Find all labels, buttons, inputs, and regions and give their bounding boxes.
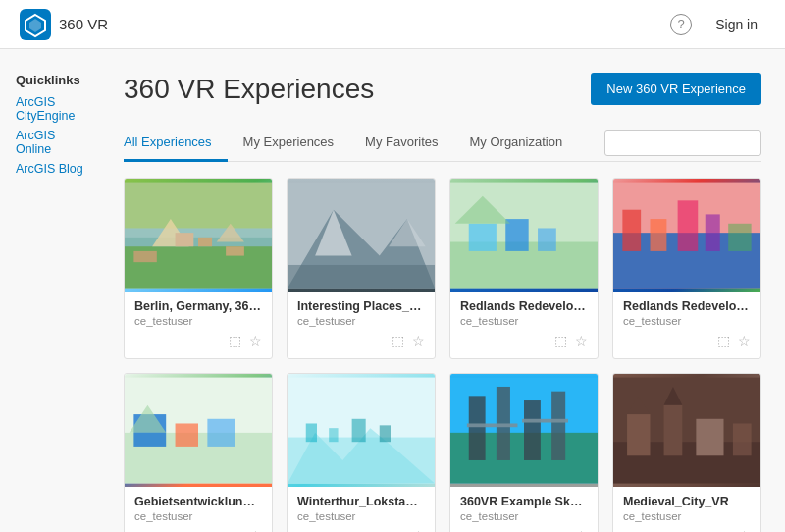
card-actions: ⬚ ☆: [297, 333, 425, 352]
card-preview-icon[interactable]: ⬚: [392, 333, 404, 348]
card-item[interactable]: Interesting Places_360VR.js ce_testuser …: [287, 178, 436, 359]
svg-rect-42: [380, 425, 391, 442]
card-author: ce_testuser: [134, 510, 262, 522]
svg-rect-54: [664, 405, 683, 456]
card-item[interactable]: Medieval_City_VR ce_testuser ⬚ ☆: [612, 373, 761, 532]
cards-grid-row2: Gebietsentwicklung_Man... ce_testuser ⬚ …: [124, 373, 761, 532]
svg-rect-7: [176, 233, 194, 246]
card-title: 360VR Example Skybridge...: [460, 495, 588, 508]
card-author: ce_testuser: [623, 315, 751, 327]
card-actions: ⬚ ☆: [134, 333, 262, 352]
card-item[interactable]: 360VR Example Skybridge... ce_testuser ⬚…: [449, 373, 599, 532]
card-item[interactable]: Redlands Redevelopment ... ce_testuser ⬚…: [449, 178, 599, 359]
tab-my-favorites[interactable]: My Favorites: [349, 125, 453, 162]
svg-rect-50: [522, 419, 568, 423]
card-preview-icon[interactable]: ⬚: [229, 528, 241, 532]
card-author: ce_testuser: [297, 315, 425, 327]
sidebar-link-cityengine[interactable]: ArcGIS CityEngine: [16, 95, 92, 123]
svg-rect-29: [728, 224, 751, 251]
app-title: 360 VR: [59, 16, 108, 32]
card-actions: ⬚ ☆: [460, 333, 588, 352]
sidebar-link-online[interactable]: ArcGIS Online: [16, 129, 92, 156]
card-author: ce_testuser: [623, 510, 751, 522]
card-title: Winterthur_Lokstadt_v1 c...: [297, 495, 425, 508]
card-title: Redlands Redevelopment ...: [460, 299, 588, 313]
page-title: 360 VR Experiences: [124, 74, 374, 105]
card-author: ce_testuser: [460, 510, 588, 522]
card-preview-icon[interactable]: ⬚: [554, 528, 567, 532]
card-thumbnail: [288, 374, 435, 487]
svg-rect-28: [706, 214, 720, 251]
logo-area: 360 VR: [20, 9, 108, 40]
card-title: Gebietsentwicklung_Man...: [134, 495, 262, 508]
card-favorite-icon[interactable]: ☆: [249, 528, 262, 532]
page-layout: Quicklinks ArcGIS CityEngine ArcGIS Onli…: [0, 49, 785, 532]
svg-rect-16: [288, 265, 435, 288]
card-thumbnail: [613, 179, 760, 292]
card-title: Berlin, Germany, 360 VR E...: [134, 299, 262, 313]
search-input[interactable]: [604, 130, 761, 156]
card-favorite-icon[interactable]: ☆: [575, 333, 588, 348]
svg-rect-58: [733, 423, 752, 455]
card-actions: ⬚ ☆: [460, 528, 588, 532]
new-experience-button[interactable]: New 360 VR Experience: [591, 73, 761, 105]
app-logo-icon: [20, 9, 51, 40]
main-content: 360 VR Experiences New 360 VR Experience…: [108, 49, 785, 532]
card-preview-icon[interactable]: ⬚: [717, 333, 730, 348]
card-title: Interesting Places_360VR.js: [297, 299, 425, 313]
card-item[interactable]: Berlin, Germany, 360 VR E... ce_testuser…: [124, 178, 273, 359]
svg-rect-26: [651, 219, 667, 251]
tab-all-experiences[interactable]: All Experiences: [124, 125, 228, 162]
svg-rect-45: [469, 396, 486, 460]
search-area: [604, 130, 761, 156]
card-author: ce_testuser: [297, 510, 425, 522]
svg-rect-21: [538, 228, 556, 250]
card-favorite-icon[interactable]: ☆: [738, 333, 751, 348]
card-preview-icon[interactable]: ⬚: [229, 333, 241, 348]
svg-rect-25: [622, 210, 641, 251]
tab-my-organization[interactable]: My Organization: [454, 125, 579, 162]
cards-grid-row1: Berlin, Germany, 360 VR E... ce_testuser…: [124, 178, 761, 359]
app-header: 360 VR ? Sign in: [0, 0, 785, 49]
sidebar-link-blog[interactable]: ArcGIS Blog: [16, 162, 92, 176]
svg-rect-40: [329, 428, 338, 442]
card-info: Redlands Redevelopment ce_testuser ⬚ ☆: [613, 292, 760, 358]
svg-rect-10: [133, 251, 156, 262]
card-thumbnail: [125, 179, 272, 292]
card-thumbnail: [450, 179, 598, 292]
svg-rect-34: [207, 419, 235, 447]
page-header: 360 VR Experiences New 360 VR Experience: [124, 73, 761, 105]
card-item[interactable]: Winterthur_Lokstadt_v1 c... ce_testuser …: [287, 373, 436, 532]
card-item[interactable]: Gebietsentwicklung_Man... ce_testuser ⬚ …: [124, 373, 273, 532]
card-favorite-icon[interactable]: ☆: [249, 333, 262, 348]
svg-rect-48: [551, 392, 565, 460]
card-actions: ⬚ ☆: [297, 528, 425, 532]
svg-rect-20: [505, 219, 528, 251]
sign-in-button[interactable]: Sign in: [707, 13, 765, 36]
card-favorite-icon[interactable]: ☆: [575, 528, 588, 532]
svg-rect-11: [226, 246, 244, 255]
card-actions: ⬚ ☆: [134, 528, 262, 532]
tab-my-experiences[interactable]: My Experiences: [228, 125, 349, 162]
svg-rect-19: [469, 224, 497, 251]
help-button[interactable]: ?: [670, 14, 692, 35]
tabs-row: All Experiences My Experiences My Favori…: [124, 125, 761, 162]
card-preview-icon[interactable]: ⬚: [717, 528, 730, 532]
card-actions: ⬚ ☆: [623, 333, 751, 352]
card-favorite-icon[interactable]: ☆: [412, 528, 425, 532]
card-preview-icon[interactable]: ⬚: [392, 528, 404, 532]
card-favorite-icon[interactable]: ☆: [412, 333, 425, 348]
search-wrapper: [604, 130, 761, 156]
card-thumbnail: [125, 374, 272, 487]
svg-rect-33: [176, 423, 198, 446]
svg-rect-41: [352, 419, 366, 442]
card-favorite-icon[interactable]: ☆: [738, 528, 751, 532]
card-info: Medieval_City_VR ce_testuser ⬚ ☆: [613, 487, 760, 532]
card-author: ce_testuser: [460, 315, 588, 327]
card-info: Winterthur_Lokstadt_v1 c... ce_testuser …: [288, 487, 435, 532]
card-info: Interesting Places_360VR.js ce_testuser …: [288, 292, 435, 358]
card-info: 360VR Example Skybridge... ce_testuser ⬚…: [450, 487, 598, 532]
card-info: Berlin, Germany, 360 VR E... ce_testuser…: [125, 292, 272, 358]
card-item[interactable]: Redlands Redevelopment ce_testuser ⬚ ☆: [612, 178, 761, 359]
card-preview-icon[interactable]: ⬚: [554, 333, 567, 348]
